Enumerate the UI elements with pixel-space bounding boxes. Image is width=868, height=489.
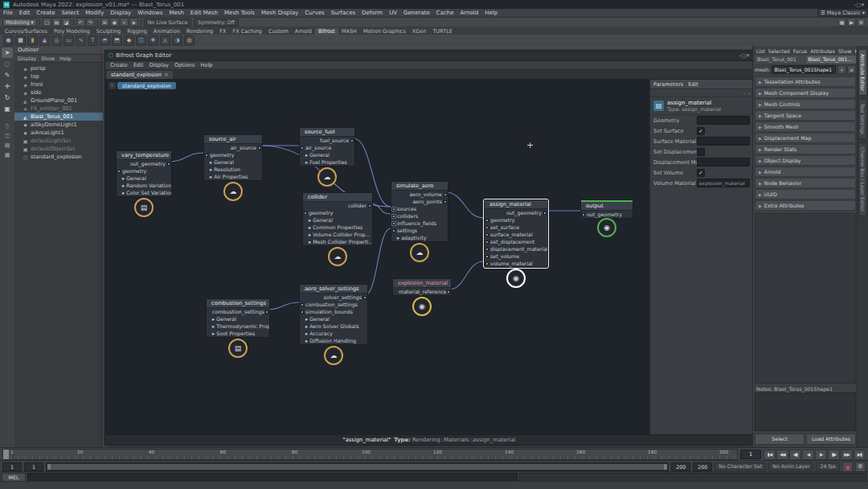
node-port-volume-material[interactable]: volume_material [485, 260, 547, 267]
pane-layout-quad-button[interactable]: ▦ [2, 151, 13, 160]
single-pane-layout-button[interactable]: ▯ [2, 122, 13, 131]
auto-keyframe-toggle[interactable]: ● [842, 462, 853, 472]
sidebar-tab-attribute-editor[interactable]: Attribute Editor [858, 49, 867, 96]
object-tab-blast-torus-001shape1[interactable]: Blast_Torus_001Shape1 [806, 55, 857, 64]
menu-arnold[interactable]: Arnold [457, 10, 482, 16]
attribute-editor-menu-show[interactable]: Show [838, 48, 852, 54]
shelf-smooth-icon[interactable]: ◍ [184, 35, 194, 46]
node-wire[interactable] [169, 153, 203, 162]
close-icon[interactable]: × [164, 72, 169, 78]
node-port-settings[interactable]: settings [391, 227, 448, 234]
attribute-section-render-stats[interactable]: ▶Render Stats [755, 144, 856, 154]
param-checkbox-set-displacement[interactable] [697, 148, 705, 156]
close-button[interactable]: ✕ [861, 2, 865, 7]
param-input-displacement-material[interactable] [697, 158, 750, 166]
menu-modify[interactable]: Modify [82, 10, 107, 16]
tab-standard-explosion[interactable]: standard_explosion × [107, 71, 173, 79]
bifrost-menu-display[interactable]: Display [147, 62, 171, 68]
shelf-tab-turtle[interactable]: TURTLE [429, 28, 455, 35]
node-name-field[interactable]: Blast_Torus_001Shape1 [772, 65, 836, 74]
attribute-section-extra-attributes[interactable]: ▶Extra Attributes [755, 200, 856, 211]
graph-node-aero-solver-settings[interactable]: aero_solver_settingssolver_settingscombu… [299, 284, 368, 345]
fps-dropdown[interactable]: 24 fps [816, 462, 840, 471]
step-back-key-button[interactable]: ◀◀ [776, 450, 788, 460]
anim-layer-dropdown[interactable]: No Anim Layer [768, 462, 813, 471]
attribute-section-uuid[interactable]: ▶UUID [755, 189, 856, 199]
outliner-item-standard-explosion[interactable]: ⬡standard_explosion [14, 153, 103, 161]
graph-node-vary-temperature[interactable]: vary_temperatureout_geometrygeometry▸ Ge… [116, 150, 172, 197]
menu-surfaces[interactable]: Surfaces [328, 10, 358, 16]
graph-node-collider[interactable]: collidercollidergeometry▸ General▸ Commo… [302, 192, 373, 246]
shelf-text-icon[interactable]: T [88, 35, 98, 46]
render-view-icon[interactable]: ▦ [837, 18, 846, 27]
shelf-bridge-icon[interactable]: ◫ [136, 35, 146, 46]
param-checkbox-set-volume[interactable]: ✓ [697, 169, 705, 177]
shelf-tab-rendering[interactable]: Rendering [183, 28, 216, 35]
graph-node-combustion-settings[interactable]: combustion_settingscombustion_settings▸ … [206, 298, 270, 338]
step-back-frame-button[interactable]: ◀▮ [789, 450, 801, 460]
outliner-item-defaultobjectset[interactable]: ▣defaultObjectSet [14, 145, 103, 153]
outliner-item-defaultlightset[interactable]: ▣defaultLightSet [14, 137, 103, 145]
attribute-editor-menu-focus[interactable]: Focus [793, 48, 808, 54]
menu-edit-mesh[interactable]: Edit Mesh [187, 10, 221, 16]
node-port-displacement-material[interactable]: displacement_material [485, 245, 547, 253]
node-port-out-geometry[interactable]: out_geometry [117, 160, 171, 167]
attribute-section-smooth-mesh[interactable]: ▶Smooth Mesh [755, 121, 856, 132]
menu-edit[interactable]: Edit [16, 10, 34, 16]
time-slider[interactable]: 120406080100120140160180200 [2, 449, 738, 460]
load-attributes-button[interactable]: Load Attributes [806, 434, 856, 445]
shelf-tab-motion-graphics[interactable]: Motion Graphics [360, 28, 409, 35]
attribute-section-tessellation-attributes[interactable]: ▶Tessellation Attributes [755, 76, 856, 87]
graph-node-assign-material[interactable]: assign_materialout_geometrygeometryset_s… [484, 199, 548, 268]
bifrost-menu-help[interactable]: Help [198, 62, 215, 68]
object-tab-blast-torus-001[interactable]: Blast_Torus_001 [755, 55, 805, 64]
paint-select-tool[interactable]: ✎ [2, 70, 13, 80]
render-settings-icon[interactable]: ⚙ [857, 18, 866, 27]
outliner-menu-display[interactable]: Display [18, 55, 36, 62]
character-set-dropdown[interactable]: No Character Set [714, 462, 766, 471]
range-slider-bar[interactable] [47, 464, 667, 470]
outliner-menu-help[interactable]: Help [59, 55, 71, 62]
pane-layout-persp-outliner-button[interactable]: ▤ [2, 142, 13, 150]
graph-node-source-air[interactable]: source_airair_sourcegeometry▸ General▸ R… [203, 134, 263, 181]
node-port-adaptivity[interactable]: ▸ adaptivity [391, 234, 448, 241]
live-surface-indicator[interactable]: No Live Surface [144, 18, 191, 27]
animation-start-field[interactable]: 1 [2, 462, 22, 471]
shelf-tab-fx[interactable]: FX [216, 28, 229, 35]
bifrost-titlebar[interactable]: ⬡ Bifrost Graph Editor –▢✕ [105, 51, 753, 61]
node-port-fuel-properties[interactable]: ▸ Fuel Properties [300, 158, 354, 166]
shelf-tab-mash[interactable]: MASH [338, 28, 360, 35]
lasso-tool[interactable]: ◌ [2, 59, 13, 69]
node-port-soot-properties[interactable]: ▸ Soot Properties [207, 330, 269, 337]
node-port-resolution[interactable]: ▸ Resolution [204, 166, 262, 173]
graph-node-simulate-aero[interactable]: simulate_aeroaero_volumeaero_pointssourc… [391, 181, 448, 242]
move-tool[interactable]: ✛ [2, 81, 13, 92]
notes-field[interactable] [755, 392, 856, 431]
bifrost-close-button[interactable]: ✕ [746, 52, 750, 58]
shelf-cone-icon[interactable]: ▲ [39, 35, 50, 46]
node-port-air-source[interactable]: air_source [300, 144, 354, 151]
menu-deform[interactable]: Deform [358, 10, 386, 16]
workspace-selector[interactable]: ☰ Maya Classic ▾ [817, 9, 868, 17]
range-slider[interactable] [46, 462, 669, 471]
param-input-volume-material[interactable]: explosion_material [697, 179, 750, 187]
menu-display[interactable]: Display [107, 10, 134, 16]
node-port-surface-material[interactable]: surface_material [485, 231, 547, 238]
node-port-aero-solver-globals[interactable]: ▸ Aero Solver Globals [300, 323, 367, 330]
node-port-combustion-settings[interactable]: combustion_settings [207, 308, 269, 315]
select-tool[interactable]: ➤ [2, 47, 13, 58]
node-port-geometry[interactable]: geometry [303, 209, 372, 216]
param-input-geometry[interactable] [697, 116, 750, 125]
menu-create[interactable]: Create [33, 10, 58, 16]
shelf-cube-icon[interactable]: ■ [15, 35, 26, 46]
menu-mesh-display[interactable]: Mesh Display [258, 10, 301, 16]
shelf-torus-icon[interactable]: ◎ [51, 35, 62, 46]
sidebar-tab-tool-settings[interactable]: Tool Settings [858, 99, 867, 139]
command-line-input[interactable] [27, 473, 518, 482]
node-port-thermodynamic-prop[interactable]: ▸ Thermodynamic Prop... [207, 323, 269, 330]
node-port-set-surface[interactable]: set_surface [485, 224, 547, 231]
node-port-geometry[interactable]: geometry [204, 151, 262, 158]
shelf-tab-sculpting[interactable]: Sculpting [93, 28, 124, 35]
animation-preferences-icon[interactable]: ⚙ [855, 462, 866, 472]
bifrost-menu-edit[interactable]: Edit [131, 62, 146, 68]
